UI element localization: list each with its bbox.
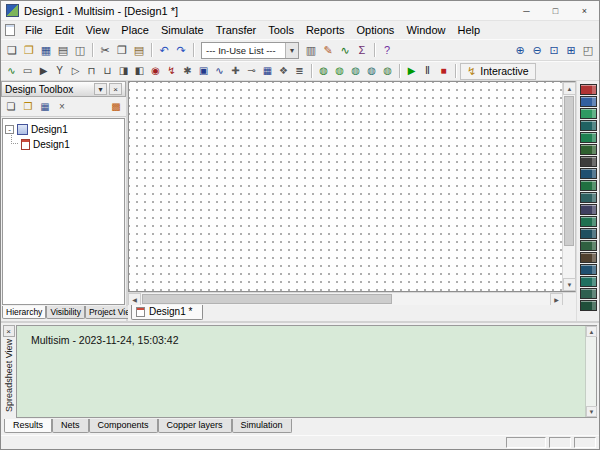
maximize-button[interactable]: □ xyxy=(541,1,570,20)
menu-options[interactable]: Options xyxy=(350,23,400,37)
agilent-multimeter-icon[interactable] xyxy=(580,264,597,275)
save-icon[interactable]: ▦ xyxy=(38,42,54,58)
menu-transfer[interactable]: Transfer xyxy=(210,23,263,37)
tab-copper-layers[interactable]: Copper layers xyxy=(158,419,232,433)
scroll-down-button[interactable]: ▼ xyxy=(563,278,576,291)
place-misc-digital-icon[interactable]: ◨ xyxy=(116,64,131,79)
menu-file[interactable]: File xyxy=(19,23,49,37)
tab-visibility[interactable]: Visibility xyxy=(46,306,85,319)
tab-hierarchy[interactable]: Hierarchy xyxy=(2,306,46,319)
probe-current-icon[interactable]: ◍ xyxy=(332,64,347,79)
menu-help[interactable]: Help xyxy=(452,23,487,37)
menu-window[interactable]: Window xyxy=(400,23,451,37)
place-transistor-icon[interactable]: Y xyxy=(52,64,67,79)
results-scrollbar[interactable]: ▲ ▼ xyxy=(585,326,596,417)
open-icon[interactable]: ❐ xyxy=(21,42,37,58)
distortion-analyzer-icon[interactable] xyxy=(580,216,597,227)
vertical-scroll-thumb[interactable] xyxy=(564,96,574,246)
menu-tools[interactable]: Tools xyxy=(262,23,300,37)
place-basic-icon[interactable]: ▭ xyxy=(20,64,35,79)
place-cmos-icon[interactable]: ⊔ xyxy=(100,64,115,79)
iv-analyzer-icon[interactable] xyxy=(580,204,597,215)
vertical-scrollbar[interactable]: ▲ ▼ xyxy=(562,82,575,291)
run-simulation-button[interactable]: ▶ xyxy=(404,64,419,79)
tree-root-row[interactable]: - Design1 xyxy=(5,122,122,137)
tab-nets[interactable]: Nets xyxy=(52,419,89,433)
place-ttl-icon[interactable]: ⊓ xyxy=(84,64,99,79)
four-channel-oscilloscope-icon[interactable] xyxy=(580,132,597,143)
function-generator-icon[interactable] xyxy=(580,96,597,107)
agilent-oscilloscope-icon[interactable] xyxy=(580,276,597,287)
spectrum-analyzer-icon[interactable] xyxy=(580,228,597,239)
document-icon[interactable] xyxy=(5,24,15,36)
menu-simulate[interactable]: Simulate xyxy=(155,23,210,37)
toolbox-options-icon[interactable]: ▩ xyxy=(108,99,124,115)
oscilloscope-icon[interactable] xyxy=(580,120,597,131)
postprocessor-icon[interactable]: Σ xyxy=(354,42,370,58)
place-connector-icon[interactable]: ⊸ xyxy=(244,64,259,79)
place-electromechanical-icon[interactable]: ✚ xyxy=(228,64,243,79)
schematic-canvas[interactable] xyxy=(129,82,562,291)
redo-icon[interactable]: ↷ xyxy=(173,42,189,58)
spreadsheet-close-button[interactable]: × xyxy=(3,325,15,337)
multimeter-icon[interactable] xyxy=(580,84,597,95)
toolbox-pin-button[interactable]: ▾ xyxy=(94,83,107,95)
zoom-fit-icon[interactable]: ⊞ xyxy=(563,42,579,58)
tab-results[interactable]: Results xyxy=(4,419,52,433)
menu-view[interactable]: View xyxy=(80,23,116,37)
agilent-function-generator-icon[interactable] xyxy=(580,252,597,263)
help-icon[interactable]: ? xyxy=(379,42,395,58)
place-indicator-icon[interactable]: ◉ xyxy=(148,64,163,79)
place-misc-icon[interactable]: ✱ xyxy=(180,64,195,79)
zoom-area-icon[interactable]: ⊡ xyxy=(546,42,562,58)
place-rf-icon[interactable]: ∿ xyxy=(212,64,227,79)
tree-root-label[interactable]: Design1 xyxy=(31,124,68,135)
new-icon[interactable]: ❏ xyxy=(4,42,20,58)
place-diode-icon[interactable]: ▶ xyxy=(36,64,51,79)
sheet-tab-design1[interactable]: Design1 * xyxy=(131,305,203,320)
tektronix-oscilloscope-icon[interactable] xyxy=(580,288,597,299)
results-scroll-up-button[interactable]: ▲ xyxy=(586,326,597,337)
stop-simulation-button[interactable]: ■ xyxy=(436,64,451,79)
toolbox-new-icon[interactable]: ❏ xyxy=(3,99,19,115)
pause-simulation-button[interactable]: Ⅱ xyxy=(420,64,435,79)
toolbox-save-icon[interactable]: ▦ xyxy=(37,99,53,115)
copy-icon[interactable]: ❐ xyxy=(114,42,130,58)
tree-expander-icon[interactable]: - xyxy=(5,125,14,134)
tree-child-label[interactable]: Design1 xyxy=(33,139,70,150)
horizontal-scroll-track[interactable] xyxy=(393,293,550,305)
place-mcu-icon[interactable]: ▦ xyxy=(260,64,275,79)
scroll-up-button[interactable]: ▲ xyxy=(563,82,576,95)
toolbox-close-button[interactable]: × xyxy=(109,83,122,95)
wattmeter-icon[interactable] xyxy=(580,108,597,119)
place-bus-icon[interactable]: ≣ xyxy=(292,64,307,79)
word-generator-icon[interactable] xyxy=(580,168,597,179)
grapher-icon[interactable]: ∿ xyxy=(337,42,353,58)
place-source-icon[interactable]: ∿ xyxy=(4,64,19,79)
fullscreen-icon[interactable]: ◰ xyxy=(580,42,596,58)
probe-voltage-icon[interactable]: ◍ xyxy=(316,64,331,79)
place-hierarchical-block-icon[interactable]: ❖ xyxy=(276,64,291,79)
horizontal-scrollbar[interactable]: ◀ ▶ xyxy=(128,292,576,305)
bode-plotter-icon[interactable] xyxy=(580,144,597,155)
horizontal-scroll-thumb[interactable] xyxy=(142,294,392,304)
in-use-list-dropdown[interactable]: --- In-Use List --- ▾ xyxy=(201,42,299,59)
place-peripherals-icon[interactable]: ▣ xyxy=(196,64,211,79)
toolbox-close-sheet-icon[interactable]: × xyxy=(54,99,70,115)
print-icon[interactable]: ▤ xyxy=(55,42,71,58)
frequency-counter-icon[interactable] xyxy=(580,156,597,167)
tab-simulation[interactable]: Simulation xyxy=(232,419,292,433)
print-preview-icon[interactable]: ◫ xyxy=(72,42,88,58)
interactive-button[interactable]: ↯ Interactive xyxy=(460,63,536,80)
paste-icon[interactable]: ▤ xyxy=(131,42,147,58)
dropdown-arrow-icon[interactable]: ▾ xyxy=(285,43,298,58)
toolbox-open-icon[interactable]: ❐ xyxy=(20,99,36,115)
probe-settings-icon[interactable]: ◍ xyxy=(380,64,395,79)
place-mixed-icon[interactable]: ◧ xyxy=(132,64,147,79)
results-scroll-down-button[interactable]: ▼ xyxy=(586,406,597,417)
zoom-in-icon[interactable]: ⊕ xyxy=(512,42,528,58)
tab-components[interactable]: Components xyxy=(89,419,158,433)
database-manager-icon[interactable]: ▥ xyxy=(303,42,319,58)
logic-converter-icon[interactable] xyxy=(580,180,597,191)
vertical-scroll-track[interactable] xyxy=(563,247,575,278)
